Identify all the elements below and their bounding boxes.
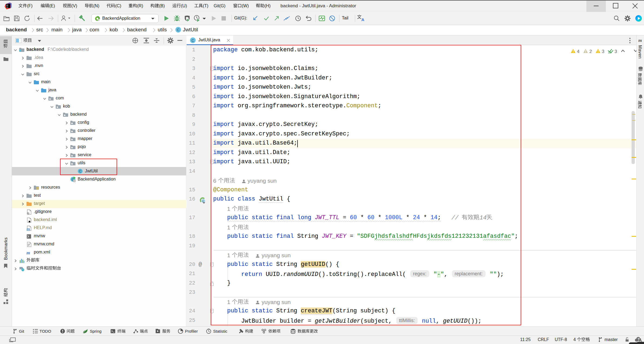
svg-text:MD: MD [27, 229, 30, 231]
svg-text:C: C [177, 28, 180, 32]
svg-text:c: c [202, 199, 204, 202]
svg-text:m: m [27, 250, 30, 255]
svg-text:IJ: IJ [6, 4, 8, 6]
svg-text:?: ? [638, 337, 640, 341]
svg-text:C: C [191, 38, 194, 43]
